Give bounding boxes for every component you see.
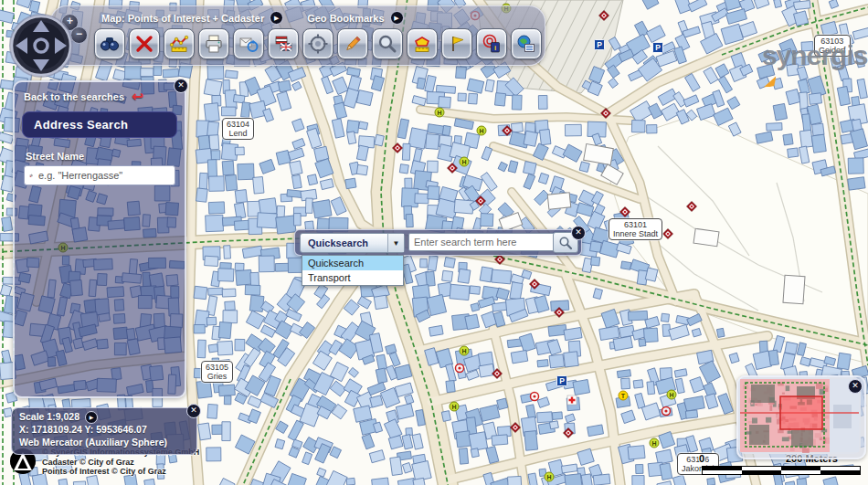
transit-stop-marker[interactable]: H (460, 346, 469, 355)
quicksearch-input[interactable] (408, 233, 561, 251)
parking-marker[interactable]: P (653, 43, 663, 53)
back-to-searches-link[interactable]: Back to the searches (24, 91, 124, 102)
street-name-input[interactable] (37, 169, 170, 182)
map-menu-arrow-icon[interactable]: ▶ (270, 11, 283, 25)
svg-text:H: H (437, 110, 441, 116)
svg-text:P: P (655, 43, 661, 52)
select-on-map-icon (29, 170, 33, 182)
overview-close-button[interactable]: ✕ (848, 379, 863, 394)
svg-text:H: H (669, 392, 673, 398)
district-label-lend: 63104Lend (222, 118, 254, 140)
district-label-gries: 63105Gries (201, 361, 233, 383)
geo-bookmarks-arrow-icon[interactable]: ▶ (390, 11, 404, 25)
overview-map-panel[interactable]: ✕ (736, 375, 866, 459)
center-map-icon[interactable] (302, 28, 333, 59)
district-label-innere-stadt: 63101Innere Stadt (609, 218, 662, 240)
transit-stop-marker[interactable]: H (667, 390, 676, 399)
transit-stop-marker[interactable]: H (545, 472, 554, 481)
quicksearch-bar: Quicksearch ▼ ✕ Quicksearch Transport (294, 229, 582, 256)
quicksearch-options-list: Quicksearch Transport (302, 255, 404, 286)
address-search-header: Address Search (22, 111, 177, 138)
draw-redline-icon[interactable] (337, 28, 368, 59)
svg-text:H: H (461, 159, 466, 165)
pharmacy-marker[interactable] (567, 395, 577, 405)
poi-circle-marker[interactable] (456, 364, 464, 373)
svg-text:H: H (479, 128, 483, 134)
transit-stop-marker[interactable]: H (460, 157, 469, 166)
option-transport[interactable]: Transport (302, 270, 403, 285)
mouse-coordinates: X: 1718109.24 Y: 5953646.07 (19, 424, 189, 437)
language-flags-icon[interactable] (268, 28, 299, 59)
transit-stop-marker[interactable]: H (650, 438, 659, 448)
svg-text:H: H (451, 404, 456, 410)
quicksearch-close-button[interactable]: ✕ (571, 226, 586, 240)
svg-text:H: H (461, 348, 466, 354)
copyright-line: Points of Interest © City of Graz (42, 467, 199, 477)
svg-text:P: P (559, 376, 565, 385)
parking-marker[interactable]: P (557, 376, 567, 386)
toolbar-buttons: i (94, 28, 542, 59)
overview-map[interactable] (738, 377, 861, 454)
tram-stop-marker[interactable]: T (619, 391, 628, 400)
status-panel-close-button[interactable]: ✕ (186, 404, 201, 418)
main-toolbar: Map: Points of Interest + Cadaster ▶ Geo… (50, 5, 545, 66)
menu-bar: Map: Points of Interest + Cadaster ▶ Geo… (101, 11, 404, 25)
pan-compass[interactable] (7, 12, 75, 79)
geo-bookmarks-menu[interactable]: Geo Bookmarks (307, 13, 384, 24)
scale-dropdown-icon[interactable]: ▶ (85, 411, 98, 424)
synergis-watermark: synergis (762, 40, 868, 102)
quicksearch-selected-option: Quicksearch (301, 237, 387, 248)
svg-text:P: P (597, 40, 602, 49)
back-arrow-icon[interactable]: ↩ (132, 92, 143, 101)
scale-value: Scale 1:9,028 (19, 411, 79, 424)
scalebar-zero: 0 (699, 453, 704, 464)
send-map-icon[interactable] (233, 28, 264, 59)
dropdown-arrow-icon[interactable]: ▼ (387, 234, 404, 252)
street-name-label: Street Name (26, 151, 174, 162)
search-panel-close-button[interactable]: ✕ (174, 79, 188, 93)
street-name-field (24, 165, 175, 185)
synergis-accent-icon (762, 76, 777, 88)
zoom-search-icon[interactable] (372, 28, 403, 59)
transit-stop-marker[interactable]: H (450, 402, 459, 411)
clear-selection-icon[interactable] (129, 28, 160, 59)
svg-text:T: T (621, 393, 626, 399)
identify-poi-icon[interactable]: i (476, 28, 507, 59)
print-icon[interactable] (198, 28, 229, 59)
parking-marker[interactable]: P (595, 40, 605, 50)
svg-text:H: H (651, 440, 656, 447)
transit-stop-marker[interactable]: H (435, 108, 444, 117)
copyright-line: Cadaster © City of Graz (42, 458, 199, 468)
option-quicksearch[interactable]: Quicksearch (302, 256, 403, 270)
scalebar-segments (702, 466, 861, 475)
measure-line-icon[interactable] (164, 28, 195, 59)
transit-stop-marker[interactable]: H (477, 126, 486, 135)
svg-text:H: H (546, 474, 551, 480)
set-marker-flag-icon[interactable] (441, 28, 472, 59)
map-legend-icon[interactable] (511, 28, 542, 59)
address-search-panel: ✕ Back to the searches ↩ Address Search … (13, 80, 186, 398)
poi-circle-marker[interactable] (531, 393, 539, 401)
search-magnifier-icon (558, 236, 573, 250)
status-panel: ✕ Scale 1:9,028 ▶ X: 1718109.24 Y: 59536… (11, 407, 197, 455)
binoculars-search-icon[interactable] (94, 28, 125, 59)
overview-extent-box[interactable] (780, 396, 822, 429)
svg-text:i: i (494, 44, 496, 52)
poi-circle-marker[interactable] (662, 407, 671, 416)
map-menu[interactable]: Map: Points of Interest + Cadaster (101, 13, 264, 24)
projection-name: Web Mercator (Auxiliary Sphere) (19, 437, 189, 449)
weboffice-map-application: HHHHHHHHHHTPPP 63104Lend 63101Innere Sta… (0, 0, 868, 485)
quicksearch-type-dropdown[interactable]: Quicksearch ▼ (300, 233, 405, 253)
measure-area-icon[interactable] (407, 28, 438, 59)
